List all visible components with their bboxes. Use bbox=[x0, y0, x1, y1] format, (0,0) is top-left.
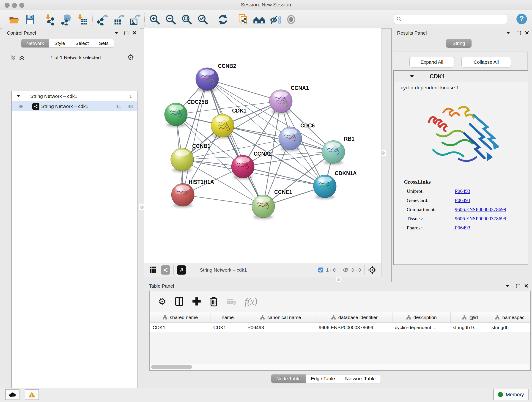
scrollbar-thumb[interactable] bbox=[151, 365, 192, 369]
save-session-icon[interactable] bbox=[22, 12, 38, 27]
table-settings-gear-icon[interactable]: ⚙ bbox=[158, 296, 166, 307]
results-panel-close-icon[interactable]: ✕ bbox=[525, 30, 529, 36]
network-collection-row[interactable]: String Network – cdk1 1 bbox=[12, 91, 137, 101]
network-node-CDC6[interactable]: CDC6 bbox=[279, 123, 315, 151]
collapse-all-button[interactable]: Collapse All bbox=[462, 57, 511, 67]
window-title: Session: New Session bbox=[0, 2, 532, 8]
table-cell[interactable]: cyclin-dependent ... bbox=[392, 323, 450, 332]
crosslink-link[interactable]: P06493 bbox=[455, 197, 470, 203]
open-session-icon[interactable] bbox=[6, 12, 22, 27]
column-header-canonical-name[interactable]: canonical name bbox=[245, 313, 316, 322]
search-input[interactable] bbox=[394, 14, 507, 24]
table-cell[interactable]: CDK1 bbox=[210, 323, 245, 332]
column-header-shared-name[interactable]: shared name bbox=[150, 313, 211, 322]
tab-edge-table[interactable]: Edge Table bbox=[306, 375, 340, 383]
tab-select[interactable]: Select bbox=[70, 39, 94, 47]
network-node-HIST1H1A[interactable]: HIST1H1A bbox=[171, 179, 214, 208]
tree-expand-icon[interactable] bbox=[16, 94, 21, 99]
refresh-icon[interactable] bbox=[215, 12, 231, 27]
zoom-in-icon[interactable] bbox=[147, 12, 163, 27]
help-button[interactable]: ? bbox=[516, 13, 527, 25]
tab-string[interactable]: String bbox=[446, 39, 472, 48]
delete-column-trash-icon[interactable] bbox=[209, 296, 218, 306]
zoom-out-icon[interactable] bbox=[163, 12, 179, 27]
control-panel-maximize-icon[interactable]: ▢ bbox=[124, 30, 129, 36]
warnings-button[interactable] bbox=[25, 389, 39, 400]
table-panel-maximize-icon[interactable]: ▢ bbox=[516, 283, 520, 289]
hide-selected-eye-icon[interactable] bbox=[267, 12, 283, 27]
network-node-RB1[interactable]: RB1 bbox=[322, 136, 355, 165]
column-header-namespac[interactable]: namespac bbox=[489, 313, 530, 322]
table-cell[interactable]: stringdb:9... bbox=[450, 323, 489, 332]
gene-header-row[interactable]: CDK1 bbox=[394, 71, 528, 82]
collapse-all-tree-icon[interactable] bbox=[10, 54, 17, 61]
tab-sets[interactable]: Sets bbox=[94, 39, 114, 47]
network-row-selected[interactable]: String Network – cdk1 11 48 bbox=[12, 101, 137, 111]
tab-style[interactable]: Style bbox=[49, 39, 70, 47]
birdseye-grid-icon[interactable] bbox=[149, 266, 157, 274]
zoom-selected-icon[interactable] bbox=[195, 12, 211, 27]
export-image-icon[interactable] bbox=[127, 12, 143, 27]
selected-checkbox-icon[interactable] bbox=[318, 267, 324, 273]
import-network-file-icon[interactable] bbox=[42, 12, 58, 27]
network-node-CDKN1A[interactable]: CDKN1A bbox=[313, 170, 357, 199]
table-panel-close-icon[interactable]: ✕ bbox=[524, 283, 529, 289]
control-panel-float-icon[interactable] bbox=[114, 30, 119, 35]
expand-all-button[interactable]: Expand All bbox=[409, 57, 454, 67]
network-edge-HIST1H1A-CCNE1[interactable] bbox=[183, 195, 263, 206]
center-view-crosshair-icon[interactable] bbox=[368, 265, 377, 274]
column-type-icon bbox=[406, 315, 411, 320]
table-row[interactable]: CDK1CDK1P064939606.ENSP00000378699cyclin… bbox=[150, 323, 530, 332]
export-network-icon[interactable] bbox=[94, 12, 110, 27]
export-table-icon[interactable] bbox=[110, 12, 127, 27]
open-in-new-window-icon[interactable] bbox=[177, 265, 186, 274]
cloud-status-button[interactable] bbox=[5, 389, 19, 400]
crosslink-link[interactable]: 9606.ENSP00000378699 bbox=[455, 206, 506, 212]
results-panel-maximize-icon[interactable]: ▢ bbox=[516, 30, 521, 36]
apply-style-icon[interactable] bbox=[235, 12, 251, 27]
hidden-eye-icon[interactable] bbox=[342, 267, 349, 274]
import-table-file-icon[interactable] bbox=[74, 12, 90, 27]
network-graph[interactable]: CCNB2CCNA1CDC25BCDK1CDC6RB1CCNB1CCNA2CDK… bbox=[144, 28, 381, 263]
table-cell[interactable]: stringdb bbox=[489, 323, 529, 332]
show-glass-eye-icon[interactable] bbox=[283, 12, 299, 27]
crosslink-link[interactable]: P06493 bbox=[455, 188, 470, 194]
gene-collapse-icon[interactable] bbox=[409, 74, 414, 79]
protein-structure-image bbox=[394, 95, 528, 177]
memory-button[interactable]: Memory bbox=[493, 389, 529, 400]
table-cell[interactable]: CDK1 bbox=[150, 323, 210, 332]
table-panel-float-icon[interactable] bbox=[505, 283, 510, 288]
network-node-CDK1[interactable]: CDK1 bbox=[211, 108, 247, 138]
table-cell[interactable]: P06493 bbox=[245, 323, 316, 332]
column-header--id[interactable]: @id bbox=[451, 313, 490, 322]
tab-network[interactable]: Network bbox=[21, 39, 49, 47]
crosslink-link[interactable]: P06493 bbox=[455, 225, 470, 231]
control-panel-close-icon[interactable]: ✕ bbox=[132, 30, 137, 36]
network-node-CDC25B[interactable]: CDC25B bbox=[165, 99, 208, 127]
network-canvas[interactable]: CCNB2CCNA1CDC25BCDK1CDC6RB1CCNB1CCNA2CDK… bbox=[144, 28, 381, 263]
import-network-database-icon[interactable] bbox=[58, 12, 74, 27]
column-type-icon bbox=[495, 315, 500, 320]
node-label-CCNA2: CCNA2 bbox=[254, 151, 272, 157]
network-node-CCNB2[interactable]: CCNB2 bbox=[196, 63, 236, 92]
column-header-name[interactable]: name bbox=[211, 313, 245, 322]
show-columns-icon[interactable] bbox=[175, 296, 184, 306]
table-horizontal-scrollbar[interactable] bbox=[150, 364, 529, 370]
show-all-houses-icon[interactable] bbox=[251, 12, 267, 27]
create-column-plus-icon[interactable] bbox=[192, 297, 201, 306]
results-panel-float-icon[interactable] bbox=[506, 30, 511, 35]
network-view-share-icon[interactable] bbox=[161, 265, 170, 274]
network-edge-CCNB2-CCNE1[interactable] bbox=[207, 79, 263, 206]
table-cell[interactable]: 9606.ENSP00000378699 bbox=[316, 323, 392, 332]
tab-node-table[interactable]: Node Table bbox=[271, 375, 306, 383]
zoom-fit-icon[interactable] bbox=[179, 12, 195, 27]
network-options-gear-icon[interactable]: ⚙ bbox=[127, 53, 134, 62]
column-header-database-identifier[interactable]: database identifier bbox=[317, 313, 393, 322]
node-label-CDC25B: CDC25B bbox=[187, 99, 208, 105]
expand-all-tree-icon[interactable] bbox=[18, 54, 25, 61]
search-icon bbox=[396, 16, 402, 22]
column-header-description[interactable]: description bbox=[393, 313, 451, 322]
tab-network-table[interactable]: Network Table bbox=[340, 375, 381, 383]
crosslink-link[interactable]: 9606.ENSP00000378699 bbox=[455, 216, 506, 222]
network-edge-CCNB2-HIST1H1A[interactable] bbox=[183, 79, 207, 195]
